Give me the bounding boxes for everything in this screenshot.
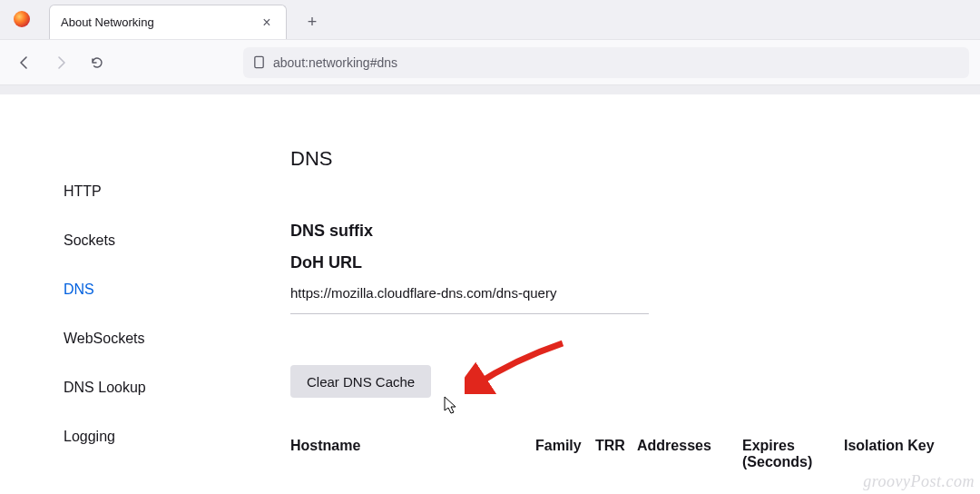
col-family: Family bbox=[535, 438, 595, 470]
firefox-icon bbox=[0, 0, 44, 39]
content-area: HTTP Sockets DNS WebSockets DNS Lookup L… bbox=[0, 85, 980, 494]
reload-button[interactable] bbox=[82, 47, 113, 78]
svg-rect-0 bbox=[255, 56, 263, 67]
new-tab-button[interactable]: + bbox=[298, 7, 327, 36]
back-button[interactable] bbox=[9, 47, 40, 78]
watermark: groovyPost.com bbox=[863, 472, 975, 491]
doh-url-label: DoH URL bbox=[290, 253, 962, 272]
titlebar: About Networking × + bbox=[0, 0, 980, 40]
main-panel: DNS DNS suffix DoH URL https://mozilla.c… bbox=[254, 94, 980, 494]
dns-suffix-label: DNS suffix bbox=[290, 222, 962, 241]
page-title: DNS bbox=[290, 147, 962, 171]
col-trr: TRR bbox=[595, 438, 637, 470]
col-isolation: Isolation Key bbox=[844, 438, 962, 470]
tab-title: About Networking bbox=[61, 15, 259, 29]
browser-tab[interactable]: About Networking × bbox=[49, 5, 287, 39]
url-bar[interactable]: about:networking#dns bbox=[243, 47, 969, 78]
sidebar-item-sockets[interactable]: Sockets bbox=[64, 216, 254, 265]
col-expires: Expires (Seconds) bbox=[742, 438, 844, 470]
table-header: Hostname Family TRR Addresses Expires (S… bbox=[290, 438, 962, 470]
col-hostname: Hostname bbox=[290, 438, 535, 470]
toolbar: about:networking#dns bbox=[0, 40, 980, 85]
sidebar: HTTP Sockets DNS WebSockets DNS Lookup L… bbox=[0, 94, 254, 494]
doh-url-value: https://mozilla.cloudflare-dns.com/dns-q… bbox=[290, 285, 649, 314]
sidebar-item-http[interactable]: HTTP bbox=[64, 167, 254, 216]
page-icon bbox=[252, 55, 266, 69]
sidebar-item-logging[interactable]: Logging bbox=[64, 412, 254, 461]
sidebar-item-dns-lookup[interactable]: DNS Lookup bbox=[64, 363, 254, 412]
url-text: about:networking#dns bbox=[273, 55, 397, 70]
clear-dns-cache-button[interactable]: Clear DNS Cache bbox=[290, 365, 431, 398]
sidebar-item-dns[interactable]: DNS bbox=[64, 265, 254, 314]
col-addresses: Addresses bbox=[637, 438, 742, 470]
close-tab-icon[interactable]: × bbox=[259, 15, 275, 31]
sidebar-item-websockets[interactable]: WebSockets bbox=[64, 314, 254, 363]
forward-button[interactable] bbox=[45, 47, 76, 78]
